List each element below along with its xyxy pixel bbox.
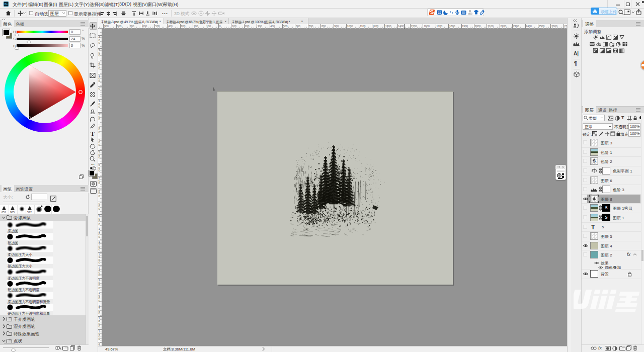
svg-text:T: T [91, 130, 95, 136]
